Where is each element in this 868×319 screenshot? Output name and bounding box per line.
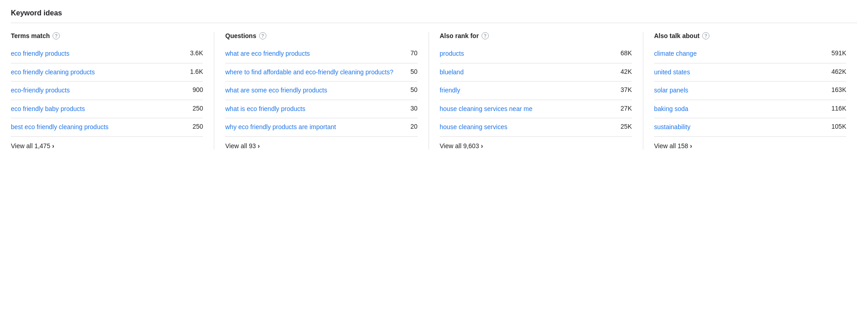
view-all-text: View all 9,603 bbox=[440, 142, 479, 150]
keyword-row: where to find affordable and eco-friendl… bbox=[225, 63, 417, 82]
chevron-right-icon: › bbox=[690, 142, 692, 150]
keyword-link[interactable]: what are eco friendly products bbox=[225, 49, 395, 58]
keyword-row: climate change591K bbox=[654, 45, 846, 63]
view-all-text: View all 158 bbox=[654, 142, 688, 150]
keyword-link[interactable]: what are some eco friendly products bbox=[225, 86, 395, 95]
column-header-label-terms-match: Terms match bbox=[11, 32, 50, 39]
keyword-row: eco friendly cleaning products1.6K bbox=[11, 63, 203, 82]
column-also-rank-for: Also rank for?products68Kblueland42Kfrie… bbox=[440, 32, 643, 150]
keyword-count: 20 bbox=[400, 123, 418, 130]
keyword-row: what is eco friendly products30 bbox=[225, 100, 417, 119]
page-title: Keyword ideas bbox=[11, 9, 857, 23]
help-icon-terms-match[interactable]: ? bbox=[53, 32, 60, 39]
column-header-also-rank-for: Also rank for? bbox=[440, 32, 632, 39]
keyword-row: blueland42K bbox=[440, 63, 632, 82]
column-also-talk-about: Also talk about?climate change591Kunited… bbox=[654, 32, 857, 150]
keyword-count: 50 bbox=[400, 86, 418, 93]
column-header-label-also-talk-about: Also talk about bbox=[654, 32, 699, 39]
column-header-questions: Questions? bbox=[225, 32, 417, 39]
keyword-row: united states462K bbox=[654, 63, 846, 82]
keyword-row: sustainability105K bbox=[654, 118, 846, 137]
keyword-row: eco-friendly products900 bbox=[11, 82, 203, 100]
keyword-row: what are some eco friendly products50 bbox=[225, 82, 417, 100]
keyword-row: baking soda116K bbox=[654, 100, 846, 119]
keyword-count: 250 bbox=[185, 105, 203, 112]
keyword-link[interactable]: solar panels bbox=[654, 86, 825, 95]
keyword-row: friendly37K bbox=[440, 82, 632, 100]
keyword-link[interactable]: blueland bbox=[440, 68, 610, 77]
column-questions: Questions?what are eco friendly products… bbox=[225, 32, 429, 150]
keyword-row: solar panels163K bbox=[654, 82, 846, 100]
keyword-count: 42K bbox=[614, 68, 632, 75]
keyword-count: 900 bbox=[185, 86, 203, 93]
keyword-link[interactable]: eco friendly products bbox=[11, 49, 181, 58]
keyword-count: 1.6K bbox=[185, 68, 203, 75]
keyword-link[interactable]: house cleaning services bbox=[440, 123, 610, 132]
keyword-count: 70 bbox=[400, 49, 418, 57]
keyword-link[interactable]: friendly bbox=[440, 86, 610, 95]
keyword-link[interactable]: best eco friendly cleaning products bbox=[11, 123, 181, 132]
keyword-count: 27K bbox=[614, 105, 632, 112]
view-all-link-terms-match[interactable]: View all 1,475› bbox=[11, 142, 203, 150]
view-all-text: View all 1,475 bbox=[11, 142, 50, 150]
keyword-link[interactable]: why eco friendly products are important bbox=[225, 123, 395, 132]
chevron-right-icon: › bbox=[481, 142, 483, 150]
keyword-ideas-columns: Terms match?eco friendly products3.6Keco… bbox=[11, 32, 857, 150]
keyword-count: 68K bbox=[614, 49, 632, 57]
keyword-row: house cleaning services25K bbox=[440, 118, 632, 137]
keyword-link[interactable]: eco friendly cleaning products bbox=[11, 68, 181, 77]
keyword-count: 163K bbox=[828, 86, 846, 93]
keyword-count: 50 bbox=[400, 68, 418, 75]
keyword-row: best eco friendly cleaning products250 bbox=[11, 118, 203, 137]
column-header-terms-match: Terms match? bbox=[11, 32, 203, 39]
keyword-link[interactable]: united states bbox=[654, 68, 825, 77]
keyword-count: 591K bbox=[828, 49, 846, 57]
keyword-count: 116K bbox=[828, 105, 846, 112]
keyword-count: 462K bbox=[828, 68, 846, 75]
keyword-row: house cleaning services near me27K bbox=[440, 100, 632, 119]
keyword-link[interactable]: baking soda bbox=[654, 105, 825, 114]
keyword-link[interactable]: eco friendly baby products bbox=[11, 105, 181, 114]
keyword-row: eco friendly products3.6K bbox=[11, 45, 203, 63]
view-all-link-also-talk-about[interactable]: View all 158› bbox=[654, 142, 846, 150]
keyword-link[interactable]: products bbox=[440, 49, 610, 58]
chevron-right-icon: › bbox=[52, 142, 54, 150]
column-header-label-also-rank-for: Also rank for bbox=[440, 32, 479, 39]
help-icon-also-rank-for[interactable]: ? bbox=[482, 32, 489, 39]
keyword-count: 250 bbox=[185, 123, 203, 130]
keyword-row: why eco friendly products are important2… bbox=[225, 118, 417, 137]
chevron-right-icon: › bbox=[258, 142, 260, 150]
keyword-link[interactable]: what is eco friendly products bbox=[225, 105, 395, 114]
keyword-link[interactable]: eco-friendly products bbox=[11, 86, 181, 95]
help-icon-also-talk-about[interactable]: ? bbox=[702, 32, 709, 39]
keyword-row: eco friendly baby products250 bbox=[11, 100, 203, 119]
keyword-count: 37K bbox=[614, 86, 632, 93]
keyword-link[interactable]: house cleaning services near me bbox=[440, 105, 610, 114]
keyword-count: 3.6K bbox=[185, 49, 203, 57]
keyword-row: what are eco friendly products70 bbox=[225, 45, 417, 63]
view-all-link-also-rank-for[interactable]: View all 9,603› bbox=[440, 142, 632, 150]
help-icon-questions[interactable]: ? bbox=[259, 32, 266, 39]
keyword-row: products68K bbox=[440, 45, 632, 63]
keyword-count: 25K bbox=[614, 123, 632, 130]
keyword-link[interactable]: climate change bbox=[654, 49, 825, 58]
column-terms-match: Terms match?eco friendly products3.6Keco… bbox=[11, 32, 214, 150]
view-all-text: View all 93 bbox=[225, 142, 256, 150]
keyword-count: 30 bbox=[400, 105, 418, 112]
column-header-label-questions: Questions bbox=[225, 32, 256, 39]
keyword-count: 105K bbox=[828, 123, 846, 130]
keyword-link[interactable]: where to find affordable and eco-friendl… bbox=[225, 68, 395, 77]
keyword-link[interactable]: sustainability bbox=[654, 123, 825, 132]
view-all-link-questions[interactable]: View all 93› bbox=[225, 142, 417, 150]
column-header-also-talk-about: Also talk about? bbox=[654, 32, 846, 39]
